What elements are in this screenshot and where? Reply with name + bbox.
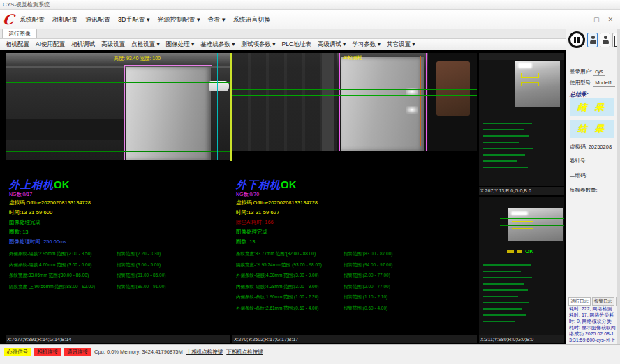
needle-number-label: 卷针号:: [570, 158, 617, 165]
camera-panel-inner-top[interactable]: X:267;Y:13;R:0;G:0;B:0: [479, 53, 564, 195]
mini-text-row: [483, 277, 532, 278]
baseline-green-2: [500, 225, 564, 226]
menu-item[interactable]: 光源控制配置 ▾: [157, 15, 200, 24]
qr-code-label: 二维码:: [570, 172, 617, 179]
toolbar-item[interactable]: 点检设置 ▾: [131, 40, 160, 49]
toolbar-item[interactable]: 相机配置: [6, 40, 29, 49]
camera-panel-lower-outer[interactable]: AI检测框 外下相机OK NG数:0/70 虚拟码:Offline2025020…: [232, 53, 477, 343]
measurement-row: 内侧条纹-隔膜:4.28mm 范围:(3.00 - 9.00) 报警范围:(2.…: [236, 284, 475, 295]
roll-count-label: 负极卷数量:: [570, 187, 617, 194]
mini-text-row: [483, 283, 524, 285]
ai-detect-rect-orange: [381, 56, 421, 146]
measurement-text: 隔膜宽度-上:90.56mm 范围:(88.00 - 92.00): [9, 284, 117, 290]
measurement-row: 隔膜宽度-上:90.56mm 范围:(88.00 - 92.00) 报警范围:(…: [9, 284, 229, 295]
mini-text-row: [483, 302, 529, 303]
sidebar-scrollbar[interactable]: [617, 29, 620, 344]
baseline-green-2: [479, 86, 564, 86]
photo-measure-label: 高度: 93.40 宽度: 100: [114, 55, 161, 62]
process-done-line: 图像处理完成: [236, 229, 475, 236]
menu-item[interactable]: 通讯配置: [85, 15, 110, 24]
measurement-row: 内侧条纹-隔膜:4.60mm 范围:(3.00 - 6.00) 报警范围:(3.…: [9, 262, 229, 273]
mini-text-row: [483, 264, 531, 266]
pause-button[interactable]: [568, 31, 585, 48]
alarm-range-text: 报警范围:(1.10 - 2.10): [344, 294, 388, 301]
virtual-code-label: 虚拟码:: [570, 144, 587, 150]
baseline-green-2: [232, 95, 477, 96]
camera-image-inner-bottom[interactable]: OK: [479, 197, 564, 335]
alarm-range-text: 报警范围:(2.00 - 77.00): [344, 273, 390, 279]
cursor-coords-middle: X:270;Y:2502;R:17;G:17;B:17: [232, 335, 477, 343]
cpu-memory-text: Cpu: 0.0% Memory: 3424.41796875M: [94, 349, 183, 355]
camera-panel-upper-outer[interactable]: 高度: 93.40 宽度: 100 外上相机OK NG数:0/17 虚拟码:Of…: [6, 53, 230, 343]
camera-result-title: 外上相机OK: [9, 179, 229, 192]
toolbar-item[interactable]: 图像处理 ▾: [166, 40, 195, 49]
toolbar-item[interactable]: 其它设置 ▾: [387, 40, 415, 49]
menu-item[interactable]: 查看 ▾: [207, 15, 225, 24]
baseline-green-1: [500, 218, 564, 219]
model-row: 使用型号: Model1: [570, 79, 617, 86]
model-value: Model1: [593, 79, 615, 87]
camera-name: 外下相机: [236, 179, 281, 190]
mini-text-row: [483, 321, 515, 322]
toolbar-item[interactable]: 测试项参数 ▾: [241, 40, 275, 49]
user-switch-button[interactable]: [600, 33, 610, 47]
camera-image-upper-outer[interactable]: 高度: 93.40 宽度: 100: [6, 53, 230, 160]
upper-camera-check-button[interactable]: 上相机点检按键: [186, 349, 223, 356]
toolbar-item[interactable]: AI使用配置: [36, 40, 65, 49]
menu-item[interactable]: 3D手配置 ▾: [118, 15, 150, 24]
menu-item[interactable]: 相机配置: [52, 15, 78, 24]
glow-spot: [518, 63, 532, 68]
baseline-green-3: [6, 151, 230, 152]
tab-strip: 运行图像: [0, 29, 566, 39]
measurement-text: 外侧条纹-隔膜:2.95mm 范围:(2.00 - 3.50): [9, 251, 117, 257]
machine-strip: [322, 53, 334, 151]
cursor-coords-left: X:7677;Y:891;R:14;G:14;B:14: [6, 335, 230, 343]
close-icon[interactable]: ✕: [607, 16, 613, 23]
toolbar-item[interactable]: 学习参数 ▾: [352, 40, 381, 49]
right-sidebar: 登录用户: cys 使用型号: Model1 总结果: 结 果 结 果 虚拟码:…: [566, 29, 620, 344]
user-login-button[interactable]: [587, 33, 598, 47]
window-controls: — ▢ ✕: [579, 16, 620, 23]
toolbar-item[interactable]: 高级设置: [101, 40, 125, 49]
measurement-text: 条纹宽度:83.05mm 范围:(80.00 - 86.00): [9, 273, 117, 279]
roi-line-magenta-left: [339, 53, 340, 151]
result-ok: OK: [54, 179, 70, 190]
menu-items: 系统配置相机配置通讯配置3D手配置 ▾光源控制配置 ▾查看 ▾系统语言切换: [20, 15, 279, 24]
menu-item[interactable]: 系统语言切换: [233, 15, 271, 24]
roi-line-magenta-right: [426, 53, 427, 151]
time-line: 时间:13-31-59-600: [9, 209, 229, 216]
baseline-green-1: [6, 82, 230, 83]
maximize-icon[interactable]: ▢: [593, 16, 600, 23]
main-image-area: 高度: 93.40 宽度: 100 外上相机OK NG数:0/17 虚拟码:Of…: [0, 50, 566, 344]
measurement-text: 外侧条纹-条纹:2.61mm 范围:(0.60 - 4.00): [236, 305, 344, 312]
ng-count-line: NG数:0/70: [236, 191, 475, 198]
sidebar-buttons: [568, 31, 620, 48]
measurement-row: 条纹宽度:83.05mm 范围:(80.00 - 86.00) 报警范围:(81…: [9, 273, 229, 284]
mini-text-row: [483, 142, 519, 143]
ai-detect-label: AI检测框: [343, 54, 362, 61]
camera-image-inner-top[interactable]: [479, 53, 564, 186]
measurement-text: 条纹宽度:83.77mm 范围:(82.00 - 88.00): [236, 251, 344, 257]
toolbar-item[interactable]: 高级调试 ▾: [318, 40, 346, 49]
toolbar-item[interactable]: 基准线参数 ▾: [200, 40, 235, 49]
mini-yellow-row: [507, 250, 514, 253]
camera-image-lower-outer[interactable]: AI检测框: [232, 53, 477, 151]
measurement-row: 条纹宽度:83.77mm 范围:(82.00 - 88.00) 报警范围:(83…: [236, 251, 475, 262]
process-time-line: 图像处理时间: 256.00ms: [9, 238, 229, 245]
lower-camera-check-button[interactable]: 下相机点检按键: [226, 349, 263, 356]
mini-text-row: [483, 123, 532, 124]
alarm-range-text: 报警范围:(0.60 - 4.00): [344, 305, 388, 312]
menu-item[interactable]: 系统配置: [20, 15, 45, 24]
camera-panel-inner-bottom[interactable]: OK X:311;Y:980;R:0;G:0;B:0: [479, 197, 564, 343]
tab-run-image[interactable]: 运行图像: [2, 29, 37, 38]
virtual-code-line: 虚拟码:Offline20250208133134728: [9, 199, 229, 206]
toolbar-item[interactable]: PLC地址表: [282, 40, 311, 49]
mini-yellow-row: [517, 250, 522, 253]
camera-connect-badge: 相机连接: [34, 348, 61, 356]
minimize-icon[interactable]: —: [579, 16, 585, 23]
glow-spot-2: [406, 106, 418, 114]
lap-count-line: 圈数: 13: [9, 229, 229, 236]
app-logo-icon: C: [2, 13, 15, 26]
toolbar-item[interactable]: 相机调试: [71, 40, 95, 49]
login-user-label: 登录用户:: [570, 68, 592, 75]
